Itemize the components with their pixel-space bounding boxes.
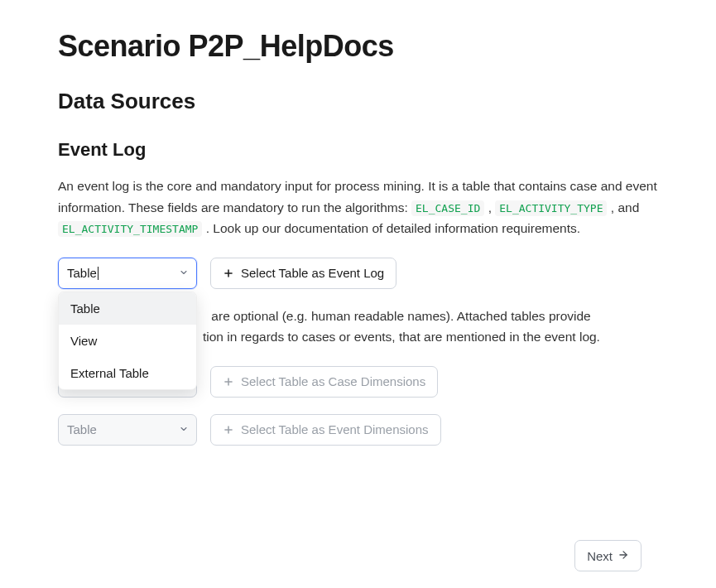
event-log-select-value: Table <box>67 266 97 280</box>
section-title: Data Sources <box>58 89 658 114</box>
plus-icon <box>223 376 234 388</box>
dim-desc-visible-2: tion in regards to cases or events, that… <box>203 326 658 348</box>
sep1: , <box>484 200 495 214</box>
code-el-activity-type: EL_ACTIVITY_TYPE <box>495 200 607 216</box>
select-case-dimensions-button[interactable]: Select Table as Case Dimensions <box>210 366 438 398</box>
event-log-select-wrap: Table Table View External Table <box>58 258 197 289</box>
select-event-dimensions-button[interactable]: Select Table as Event Dimensions <box>210 414 441 446</box>
next-label: Next <box>587 549 613 563</box>
page-title: Scenario P2P_HelpDocs <box>58 29 658 64</box>
event-dimensions-row: Table Select Table as Event Dimensions <box>58 414 658 446</box>
plus-icon <box>223 424 234 436</box>
desc-text-post: . Look up our documentation of detailed … <box>202 221 580 235</box>
event-dimensions-type-select[interactable]: Table <box>58 414 197 446</box>
dim-desc-visible-1: Xare optional (e.g. human readable names… <box>203 306 658 327</box>
text-cursor <box>98 267 99 280</box>
event-log-row: Table Table View External Table Select T… <box>58 258 658 289</box>
code-el-case-id: EL_CASE_ID <box>411 200 484 216</box>
select-event-log-label: Select Table as Event Log <box>241 266 384 280</box>
dropdown-option-view[interactable]: View <box>59 325 196 357</box>
event-dim-select-value: Table <box>67 422 97 436</box>
footer: Next <box>574 540 642 571</box>
dropdown-option-external-table[interactable]: External Table <box>59 357 196 389</box>
event-log-heading: Event Log <box>58 139 658 161</box>
next-button[interactable]: Next <box>574 540 642 571</box>
sep2: , and <box>607 200 639 214</box>
select-event-log-button[interactable]: Select Table as Event Log <box>210 258 396 289</box>
event-dim-select-wrap: Table <box>58 414 197 446</box>
code-el-activity-timestamp: EL_ACTIVITY_TIMESTAMP <box>58 221 202 237</box>
dropdown-option-table[interactable]: Table <box>59 292 196 325</box>
plus-icon <box>223 267 234 279</box>
event-log-type-dropdown: Table View External Table <box>58 292 197 390</box>
event-log-description: An event log is the core and mandatory i… <box>58 176 658 239</box>
select-case-dim-label: Select Table as Case Dimensions <box>241 374 425 388</box>
arrow-right-icon <box>617 549 629 563</box>
select-event-dim-label: Select Table as Event Dimensions <box>241 422 429 436</box>
event-log-type-select[interactable]: Table <box>58 258 197 289</box>
